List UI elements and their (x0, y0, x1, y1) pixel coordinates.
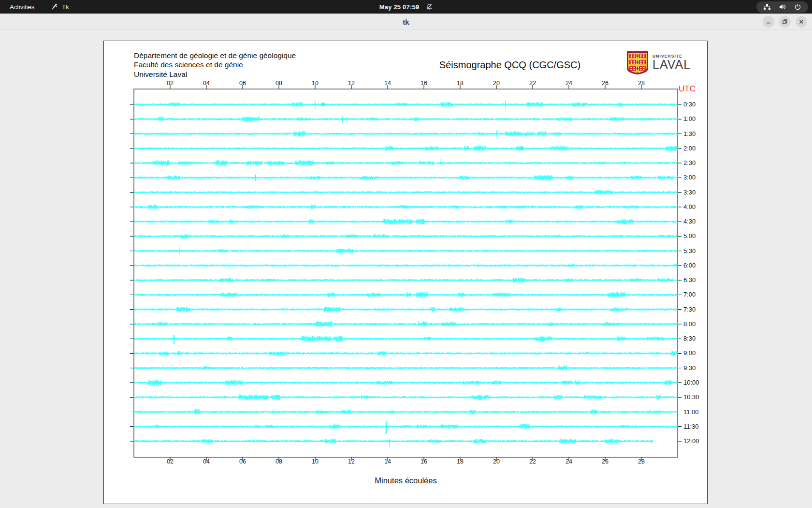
time-tick-label: 12:00 (683, 437, 699, 445)
focused-app-menu[interactable]: Tk (51, 3, 69, 11)
university-laval-logo: UNIVERSITÉ LAVAL (626, 51, 691, 75)
time-tick-label: 9:00 (683, 349, 696, 357)
time-tick-label: 2:30 (683, 159, 696, 167)
time-tick-label: 4:30 (683, 218, 696, 225)
logo-large-text: LAVAL (652, 59, 691, 70)
time-tick-label: 10:00 (683, 379, 699, 387)
x-tick-label-top: 08 (276, 80, 282, 87)
network-wired-icon (763, 3, 771, 10)
maximize-button[interactable] (779, 16, 791, 28)
window-titlebar[interactable]: tk (0, 14, 812, 30)
x-tick-label-top: 10 (312, 80, 319, 87)
time-tick-label: 3:00 (683, 174, 696, 181)
x-tick-label-top: 24 (566, 80, 572, 87)
time-tick-label: 7:30 (683, 306, 696, 314)
x-tick-label-bottom: 26 (602, 458, 609, 465)
time-tick-label: 5:30 (683, 247, 696, 255)
clock-menu[interactable]: May 25 07:59 (379, 0, 433, 14)
time-tick-label: 0:30 (683, 101, 696, 108)
time-tick-label: 11:00 (683, 408, 699, 416)
restore-icon (782, 19, 788, 25)
minimize-icon (766, 19, 771, 25)
x-tick-label-bottom: 02 (167, 458, 174, 465)
notifications-muted-icon (425, 3, 433, 11)
utc-label: UTC (679, 84, 696, 94)
x-tick-label-bottom: 20 (493, 458, 500, 465)
x-tick-label-top: 12 (348, 80, 355, 87)
helicorder-plot (104, 41, 707, 504)
x-tick-label-top: 26 (602, 80, 609, 87)
system-status-menu[interactable] (756, 1, 808, 13)
laval-shield-icon (626, 51, 649, 75)
time-tick-label: 1:30 (683, 130, 696, 138)
x-tick-label-top: 06 (239, 80, 246, 87)
x-tick-label-bottom: 14 (384, 458, 391, 465)
time-tick-label: 6:00 (683, 262, 696, 269)
time-tick-label: 1:00 (683, 115, 696, 123)
x-tick-label-top: 18 (457, 80, 464, 87)
institution-line: Département de géologie et de génie géol… (134, 51, 296, 60)
time-tick-label: 6:30 (683, 276, 696, 284)
x-tick-label-bottom: 06 (239, 458, 246, 465)
minimize-button[interactable] (763, 16, 774, 28)
power-icon (794, 3, 801, 11)
x-tick-label-top: 20 (493, 80, 500, 87)
x-tick-label-top: 28 (638, 80, 645, 87)
time-tick-label: 3:30 (683, 189, 696, 196)
time-tick-label: 8:00 (683, 320, 696, 328)
app-name-label: Tk (62, 3, 69, 11)
time-tick-label: 10:30 (683, 393, 699, 401)
x-tick-label-bottom: 16 (420, 458, 427, 465)
x-tick-label-bottom: 08 (276, 458, 282, 465)
volume-icon (779, 3, 786, 10)
institution-line: Université Laval (134, 70, 296, 79)
x-tick-label-bottom: 12 (348, 458, 355, 465)
x-tick-label-top: 22 (529, 80, 536, 87)
seismograph-canvas: Département de géologie et de génie géol… (103, 41, 708, 504)
x-tick-label-bottom: 28 (638, 458, 645, 465)
time-tick-label: 4:00 (683, 203, 696, 211)
x-tick-label-bottom: 22 (529, 458, 536, 465)
x-tick-label-top: 02 (167, 80, 174, 87)
close-icon (798, 19, 804, 25)
gnome-top-bar: Activities Tk May 25 07:59 (0, 0, 812, 14)
x-tick-label-bottom: 18 (457, 458, 464, 465)
close-button[interactable] (796, 16, 807, 28)
x-tick-label-top: 04 (203, 80, 210, 87)
clock-label: May 25 07:59 (379, 3, 420, 11)
window-title: tk (403, 17, 409, 26)
institution-line: Faculté des sciences et de génie (134, 60, 296, 69)
tk-app-icon (51, 3, 58, 11)
time-tick-label: 11:30 (683, 423, 699, 431)
x-tick-label-top: 16 (420, 80, 427, 87)
x-tick-label-top: 14 (384, 80, 391, 87)
time-tick-label: 8:30 (683, 335, 696, 343)
time-tick-label: 2:00 (683, 145, 696, 152)
x-tick-label-bottom: 04 (203, 458, 210, 465)
institution-block: Département de géologie et de génie géol… (134, 51, 296, 79)
time-tick-label: 7:00 (683, 291, 696, 299)
x-tick-label-bottom: 10 (312, 458, 319, 465)
activities-button[interactable]: Activities (10, 3, 34, 11)
window-body: Département de géologie et de génie géol… (0, 30, 812, 508)
x-tick-label-bottom: 24 (566, 458, 572, 465)
time-tick-label: 5:00 (683, 232, 696, 240)
x-axis-title: Minutes écoulées (134, 476, 678, 485)
time-tick-label: 9:30 (683, 364, 696, 372)
